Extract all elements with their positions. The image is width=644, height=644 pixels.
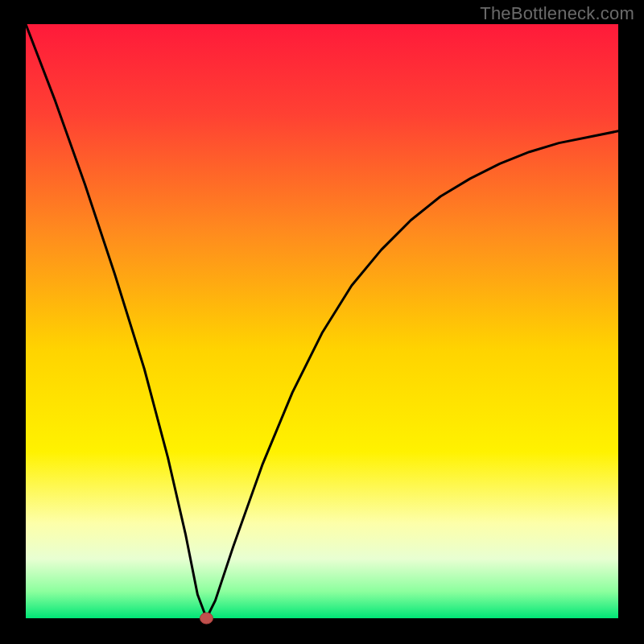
plot-area: [26, 24, 618, 618]
bottleneck-chart: [0, 0, 644, 644]
chart-frame: TheBottleneck.com: [0, 0, 644, 644]
watermark-text: TheBottleneck.com: [480, 3, 634, 24]
minimum-marker: [200, 613, 213, 624]
